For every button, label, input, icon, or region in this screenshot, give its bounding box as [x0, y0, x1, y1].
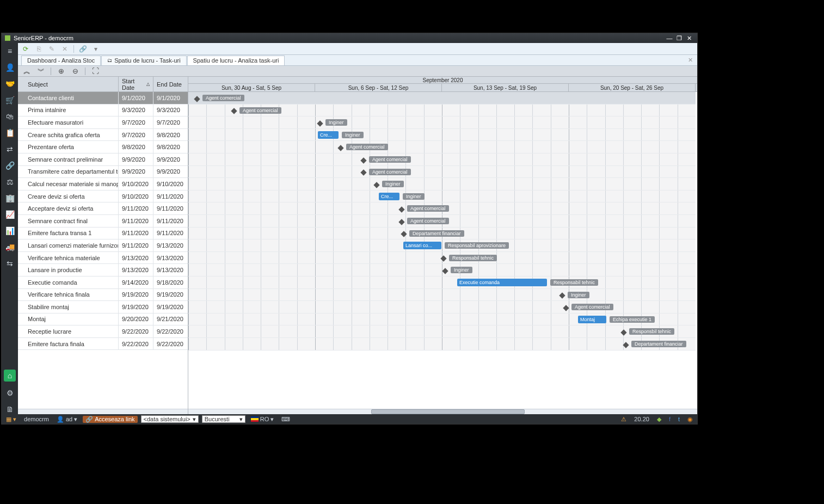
nav-link-icon[interactable]: 🔗 [5, 161, 15, 170]
zoom-out-button[interactable]: ⊖ [71, 67, 79, 76]
tab-tasks[interactable]: 🗂Spatiu de lucru - Task-uri [101, 56, 186, 65]
gantt-task[interactable]: Executie comandaResponsabil tehnic [457, 279, 598, 286]
table-row[interactable]: Receptie lucrare9/22/20209/22/2020 [18, 325, 188, 338]
nav-cart-icon[interactable]: 🛒 [5, 95, 15, 105]
maximize-button[interactable]: ❐ [674, 35, 684, 42]
status-city-combo[interactable]: Bucuresti▾ [202, 415, 245, 423]
status-user[interactable]: 👤ad ▾ [54, 416, 79, 423]
nav-building-icon[interactable]: 🏢 [5, 193, 15, 203]
table-row[interactable]: Transmitere catre departamentul tehnic9/… [18, 166, 188, 179]
edit-button[interactable]: ✎ [47, 45, 56, 53]
status-rss-icon[interactable]: ◉ [685, 416, 695, 423]
minimize-button[interactable]: — [665, 35, 674, 41]
gantt-task[interactable]: Inginer [443, 266, 472, 274]
copy-button[interactable]: ⎘ [34, 45, 43, 53]
table-row[interactable]: Lansare in productie9/13/20209/13/2020 [18, 264, 188, 276]
table-row[interactable]: Contactare clienti9/1/20209/1/2020 [18, 92, 188, 105]
status-db[interactable]: democrm [22, 416, 51, 422]
table-row[interactable]: Creare schita grafica oferta9/7/20209/8/… [18, 129, 188, 142]
gantt-task[interactable]: Agent comercial [399, 217, 449, 225]
table-row[interactable]: Prezentare oferta9/8/20209/8/2020 [18, 141, 188, 153]
expand-all-button[interactable]: ︾ [36, 67, 45, 76]
table-row[interactable]: Emitere factura transa 19/11/20209/11/20… [18, 228, 188, 240]
nav-basket-icon[interactable]: 🛍 [5, 112, 15, 121]
gantt-task[interactable]: Agent comercial [399, 205, 449, 212]
gantt-task[interactable]: Responsabil tehnic [441, 254, 497, 262]
nav-menu-icon[interactable]: ≡ [5, 46, 15, 56]
collapse-all-button[interactable]: ︽ [22, 67, 31, 76]
gantt-task[interactable]: Departament financiar [624, 340, 686, 348]
gantt-task[interactable]: Inginer [560, 291, 589, 299]
gantt-task[interactable]: Inginer [318, 119, 347, 126]
link-button[interactable]: 🔗 [78, 45, 87, 53]
table-row[interactable]: Executie comanda9/14/20209/18/2020 [18, 276, 188, 289]
chart-hscroll[interactable] [188, 409, 697, 414]
nav-chart-icon[interactable]: 📈 [5, 210, 15, 219]
gantt-task[interactable]: Agent comercial [361, 168, 411, 176]
table-row[interactable]: Efectuare masuratori9/7/20209/7/2020 [18, 116, 188, 129]
status-keyboard-icon[interactable]: ⌨ [279, 416, 292, 423]
col-header-subject[interactable]: Subject [18, 77, 119, 91]
status-twitter-icon[interactable]: t [676, 416, 682, 422]
status-lang[interactable]: RO ▾ [249, 416, 276, 423]
table-row[interactable]: Prima intalnire9/3/20209/3/2020 [18, 105, 188, 117]
gantt-task[interactable]: Agent comercial [232, 107, 281, 114]
gantt-task[interactable]: Agent comercial [339, 143, 388, 151]
table-row[interactable]: Semnare contract final9/11/20209/11/2020 [18, 215, 188, 228]
table-row[interactable]: Creare deviz si oferta9/10/20209/11/2020 [18, 190, 188, 203]
table-row[interactable]: Montaj9/20/20209/21/2020 [18, 314, 188, 326]
close-button[interactable]: ✕ [684, 35, 694, 42]
col-header-start[interactable]: Start Date△ [119, 77, 153, 91]
nav-exchange-icon[interactable]: ⇆ [5, 259, 15, 268]
status-share-icon[interactable]: ◆ [655, 416, 663, 423]
gantt-task[interactable]: Departament financiar [402, 230, 464, 237]
tab-dashboard[interactable]: Dashboard - Analiza Stoc [21, 56, 101, 65]
table-row[interactable]: Semnare contract preliminar9/9/20209/9/2… [18, 153, 188, 166]
col-header-end[interactable]: End Date [153, 77, 187, 91]
table-row[interactable]: Emitere factura finala9/22/20209/22/2020 [18, 338, 188, 351]
nav-gear-icon[interactable]: ⚙ [5, 388, 15, 398]
nav-scale-icon[interactable]: ⚖ [5, 177, 15, 187]
table-row[interactable]: Stabilire montaj9/19/20209/19/2020 [18, 301, 188, 314]
dropdown-button[interactable]: ▾ [91, 45, 100, 53]
zoom-in-button[interactable]: ⊕ [57, 67, 65, 76]
status-grid-icon[interactable]: ▦ ▾ [4, 416, 19, 423]
status-warning-icon[interactable]: ⚠ [619, 416, 629, 423]
grid-hscroll[interactable] [18, 409, 188, 414]
fullscreen-button[interactable]: ⛶ [91, 67, 100, 76]
table-row[interactable]: Lansari comenzi materiale furnizori9/11/… [18, 239, 188, 252]
gantt-task[interactable]: Inginer [374, 180, 404, 188]
delete-button[interactable]: ✕ [60, 45, 69, 53]
nav-doc-icon[interactable]: 🗎 [5, 404, 15, 414]
task-role-label: Inginer [403, 193, 425, 200]
nav-clipboard-icon[interactable]: 📋 [5, 128, 15, 138]
nav-flow-icon[interactable]: ⇄ [5, 144, 15, 154]
status-facebook-icon[interactable]: f [667, 416, 673, 422]
gantt-task[interactable]: Cre...Inginer [379, 193, 425, 200]
cell-end: 9/10/2020 [153, 178, 187, 190]
nav-user-icon[interactable]: 👤 [5, 63, 15, 72]
refresh-button[interactable]: ⟳ [21, 45, 30, 53]
cell-start: 9/1/2020 [119, 92, 153, 104]
table-row[interactable]: Calcul necesar materiale si manopera9/10… [18, 178, 188, 190]
time-header-month: September 2020 [188, 77, 697, 84]
status-date-combo[interactable]: <data sistemului> ▾ [141, 415, 199, 423]
table-row[interactable]: Acceptare deviz si oferta9/11/20209/11/2… [18, 202, 188, 215]
nav-bars-icon[interactable]: 📊 [5, 226, 15, 236]
task-role-label: Inginer [568, 292, 589, 298]
gantt-task[interactable]: Cre...Inginer [318, 131, 364, 139]
table-row[interactable]: Verificare tehnica materiale9/13/20209/1… [18, 252, 188, 265]
table-row[interactable]: Verificare tehnica finala9/19/20209/19/2… [18, 289, 188, 302]
status-link-button[interactable]: 🔗 Acceseaza link [83, 416, 137, 423]
gantt-task[interactable]: Agent comercial [361, 156, 411, 163]
gantt-task[interactable]: MontajEchipa executie 1 [578, 316, 655, 323]
tab-task-analysis[interactable]: Spatiu de lucru - Analiza task-uri [187, 56, 285, 65]
gantt-task[interactable]: Lansari co...Responsabil aprovizionare [403, 242, 509, 249]
nav-hand-icon[interactable]: 🤝 [5, 79, 15, 89]
gantt-task[interactable]: Agent comercial [195, 94, 244, 102]
gantt-task[interactable]: Responsbil tehnic [622, 328, 674, 335]
gantt-task[interactable]: Agent comercial [564, 303, 613, 311]
nav-truck-icon[interactable]: 🚚 [5, 242, 15, 252]
tab-close-button[interactable]: ✕ [684, 57, 697, 64]
nav-home-icon[interactable]: ⌂ [4, 370, 16, 382]
